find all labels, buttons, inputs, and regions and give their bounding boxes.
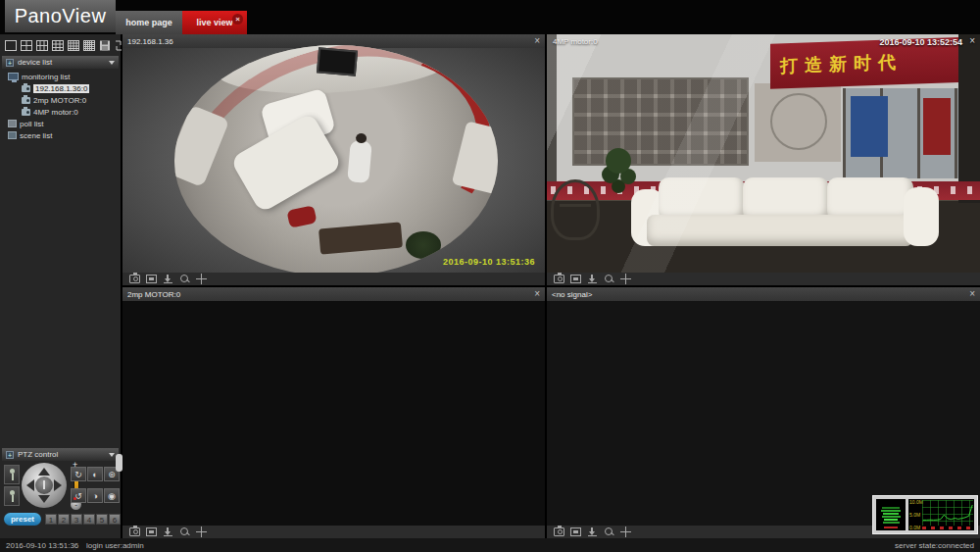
snapshot-icon[interactable] [129, 527, 140, 536]
sofa-seat [647, 215, 913, 246]
preset-6-button[interactable]: 6 [109, 514, 121, 525]
pan-icon[interactable] [196, 275, 207, 283]
close-panel-icon[interactable] [534, 288, 540, 300]
preset-3-button[interactable]: 3 [71, 514, 82, 525]
video-timestamp: 2016-09-10 13:52:54 [879, 37, 962, 47]
pan-clockwise-button[interactable]: ↻ [71, 467, 86, 481]
preset-1-button[interactable]: 1 [45, 514, 57, 525]
ptz-label: PTZ control [18, 450, 58, 459]
pan-icon[interactable] [620, 527, 631, 536]
snapshot-icon[interactable] [554, 275, 564, 283]
device-tree: monitoring list 192.168.1.36:0 2mp MOTOR… [0, 71, 121, 141]
tab-home-page[interactable]: home page [116, 11, 182, 34]
preset-5-button[interactable]: 5 [96, 514, 108, 525]
video-panel-1[interactable]: 192.168.1.36 HD TVI & TVI [122, 34, 545, 285]
iris-close-button[interactable]: ◑ [87, 488, 103, 503]
tree-item-camera-3[interactable]: 4MP motor:0 [0, 106, 121, 118]
ptz-aux-button-2[interactable] [4, 486, 20, 506]
scene-wall-edge [547, 34, 557, 201]
tab-live-view[interactable]: live view [182, 11, 247, 34]
view-1-icon[interactable] [4, 39, 18, 52]
preset-2-button[interactable]: 2 [58, 514, 70, 525]
chevron-down-icon[interactable] [109, 453, 115, 457]
panel-3-video[interactable] [122, 301, 545, 526]
record-icon[interactable] [146, 527, 157, 536]
joystick-right-icon[interactable] [54, 479, 62, 491]
zoom-in-icon[interactable] [604, 527, 614, 536]
snapshot-icon[interactable] [554, 527, 564, 536]
record-icon[interactable] [570, 527, 581, 536]
tree-item-monitoring-list[interactable]: monitoring list [0, 71, 121, 82]
monitor-icon [8, 73, 19, 80]
sidebar-collapse-handle[interactable] [116, 454, 122, 472]
graph-plot [922, 500, 973, 523]
tree-item-poll-list[interactable]: poll list [0, 118, 121, 129]
snapshot-icon[interactable] [129, 275, 140, 283]
preset-button[interactable]: preset [4, 513, 41, 526]
tree-label: poll list [20, 120, 43, 128]
panel-4-title: <no signal> [552, 290, 592, 299]
view-4-icon[interactable] [20, 39, 33, 52]
tree-item-scene-list[interactable]: scene list [0, 129, 121, 141]
panel-2-video[interactable]: 打造新时代 4MP motor:0 2016-09-10 13:52:54 [547, 34, 980, 273]
ptz-joystick[interactable] [22, 463, 67, 508]
ptz-aux-button-1[interactable] [4, 465, 20, 484]
video-timestamp: 2016-09-10 13:51:36 [443, 257, 535, 267]
level-meter [876, 499, 906, 530]
sidebar: device list monitoring list 192.168.1.36… [0, 34, 121, 538]
save-layout-icon[interactable] [98, 39, 112, 52]
tab-home-label: home page [125, 18, 172, 27]
view-6-icon[interactable] [35, 39, 49, 52]
video-panel-2[interactable]: 打造新时代 4MP motor:0 2016-09-10 13:52:54 [547, 34, 980, 285]
video-panel-3[interactable]: 2mp MOTOR:0 [122, 287, 545, 538]
scene-metal-chair [551, 179, 600, 240]
view-16-icon[interactable] [67, 39, 80, 52]
save-icon[interactable] [163, 527, 173, 536]
view-25-icon[interactable] [82, 39, 96, 52]
record-icon[interactable] [146, 275, 157, 283]
y-label-bottom: 0.0M [909, 525, 922, 530]
preset-4-button[interactable]: 4 [83, 514, 95, 525]
save-icon[interactable] [587, 527, 598, 536]
close-panel-icon[interactable] [534, 35, 540, 47]
poll-list-icon [8, 120, 17, 127]
record-icon[interactable] [570, 275, 581, 283]
joystick-left-icon[interactable] [26, 479, 34, 491]
camera-icon [22, 97, 30, 104]
chevron-down-icon[interactable] [109, 61, 115, 65]
tree-item-camera-2[interactable]: 2mp MOTOR:0 [0, 94, 121, 106]
bitrate-graph: 10.0M 5.0M 0.0M [908, 499, 974, 530]
panel-4-video[interactable] [547, 301, 980, 526]
joystick-up-icon[interactable] [38, 468, 50, 476]
scene-blue-poster [851, 96, 888, 157]
device-list-icon [6, 59, 14, 67]
tree-item-camera-1[interactable]: 192.168.1.36:0 [0, 82, 121, 94]
device-list-header[interactable]: device list [2, 56, 119, 69]
view-9-icon[interactable] [51, 39, 65, 52]
status-bar: 2016-09-10 13:51:36 login user:admin ser… [0, 538, 980, 552]
layout-toolbar [0, 36, 121, 54]
iris-open-button[interactable]: ◐ [87, 467, 103, 481]
scene-list-icon [8, 131, 17, 139]
bitrate-line [923, 505, 972, 520]
close-panel-icon[interactable] [969, 35, 975, 46]
tab-close-icon[interactable] [232, 14, 243, 25]
joystick-hub[interactable] [35, 477, 53, 494]
pan-icon[interactable] [620, 275, 631, 283]
pan-counterclockwise-button[interactable]: ↺ [71, 488, 86, 503]
auto-scan-button[interactable]: ◉ [104, 488, 120, 503]
save-icon[interactable] [587, 275, 598, 283]
ptz-control-header[interactable]: PTZ control [2, 448, 119, 461]
close-panel-icon[interactable] [969, 288, 975, 300]
zoom-in-icon[interactable] [179, 275, 190, 283]
pan-icon[interactable] [196, 527, 207, 536]
tree-label: monitoring list [22, 73, 70, 81]
save-icon[interactable] [163, 275, 173, 283]
zoom-in-icon[interactable] [604, 275, 614, 283]
panel-3-title: 2mp MOTOR:0 [127, 290, 180, 299]
video-panel-4[interactable]: <no signal> 10.0M 5.0M 0.0M [547, 287, 980, 538]
zoom-in-icon[interactable] [179, 527, 190, 536]
panel-1-video[interactable]: HD TVI & TVI 2016-09-10 13:51:36 [122, 48, 545, 273]
joystick-down-icon[interactable] [38, 495, 50, 503]
panel-1-title: 192.168.1.36 [127, 37, 173, 46]
